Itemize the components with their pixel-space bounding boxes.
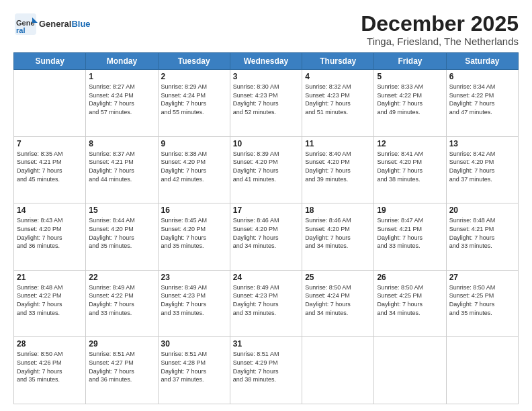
page: Gene ral GeneralBlue December 2025 Tinga… [0, 0, 532, 411]
header-saturday: Saturday [446, 53, 518, 70]
day-number: 23 [161, 273, 227, 282]
cell-w3-d4: 17Sunrise: 8:46 AMSunset: 4:20 PMDayligh… [230, 203, 302, 271]
cell-w2-d6: 12Sunrise: 8:41 AMSunset: 4:20 PMDayligh… [374, 136, 446, 203]
title-block: December 2025 Tinga, Friesland, The Neth… [361, 12, 519, 47]
cell-w3-d1: 14Sunrise: 8:43 AMSunset: 4:20 PMDayligh… [14, 203, 86, 271]
header-wednesday: Wednesday [230, 53, 302, 70]
day-info: Sunrise: 8:40 AMSunset: 4:20 PMDaylight:… [305, 150, 371, 183]
day-info: Sunrise: 8:48 AMSunset: 4:21 PMDaylight:… [449, 216, 515, 250]
day-info: Sunrise: 8:48 AMSunset: 4:22 PMDaylight:… [17, 283, 83, 317]
cell-w1-d7: 6Sunrise: 8:34 AMSunset: 4:22 PMDaylight… [446, 70, 518, 137]
day-number: 26 [377, 273, 443, 282]
day-number: 13 [449, 139, 515, 148]
cell-w3-d2: 15Sunrise: 8:44 AMSunset: 4:20 PMDayligh… [86, 203, 158, 271]
day-info: Sunrise: 8:50 AMSunset: 4:24 PMDaylight:… [305, 283, 371, 317]
day-info: Sunrise: 8:46 AMSunset: 4:20 PMDaylight:… [233, 216, 299, 250]
day-info: Sunrise: 8:30 AMSunset: 4:23 PMDaylight:… [233, 83, 299, 116]
day-info: Sunrise: 8:49 AMSunset: 4:23 PMDaylight:… [233, 283, 299, 317]
week-row-5: 28Sunrise: 8:50 AMSunset: 4:26 PMDayligh… [14, 337, 519, 404]
cell-w1-d6: 5Sunrise: 8:33 AMSunset: 4:22 PMDaylight… [374, 70, 446, 137]
cell-w4-d7: 27Sunrise: 8:50 AMSunset: 4:25 PMDayligh… [446, 270, 518, 337]
cell-w5-d2: 29Sunrise: 8:51 AMSunset: 4:27 PMDayligh… [86, 337, 158, 404]
day-info: Sunrise: 8:35 AMSunset: 4:21 PMDaylight:… [17, 150, 83, 183]
cell-w2-d7: 13Sunrise: 8:42 AMSunset: 4:20 PMDayligh… [446, 136, 518, 203]
cell-w4-d5: 25Sunrise: 8:50 AMSunset: 4:24 PMDayligh… [302, 270, 374, 337]
day-info: Sunrise: 8:46 AMSunset: 4:20 PMDaylight:… [305, 216, 371, 250]
day-number: 22 [89, 273, 154, 282]
cell-w5-d5 [302, 337, 374, 404]
cell-w5-d1: 28Sunrise: 8:50 AMSunset: 4:26 PMDayligh… [14, 337, 86, 404]
calendar-header-row: Sunday Monday Tuesday Wednesday Thursday… [14, 53, 519, 70]
day-number: 3 [233, 72, 299, 81]
logo-icon: Gene ral [13, 12, 38, 36]
day-number: 19 [377, 205, 443, 215]
day-number: 24 [233, 273, 299, 282]
cell-w3-d7: 20Sunrise: 8:48 AMSunset: 4:21 PMDayligh… [446, 203, 518, 271]
day-number: 30 [161, 339, 227, 349]
day-info: Sunrise: 8:47 AMSunset: 4:21 PMDaylight:… [377, 216, 443, 250]
day-number: 4 [305, 72, 371, 81]
day-number: 11 [305, 139, 371, 148]
day-number: 29 [89, 339, 154, 349]
header-sunday: Sunday [14, 53, 86, 70]
day-number: 15 [89, 205, 154, 215]
day-info: Sunrise: 8:50 AMSunset: 4:25 PMDaylight:… [449, 283, 515, 317]
day-info: Sunrise: 8:33 AMSunset: 4:22 PMDaylight:… [377, 83, 443, 116]
week-row-2: 7Sunrise: 8:35 AMSunset: 4:21 PMDaylight… [14, 136, 519, 203]
calendar-table: Sunday Monday Tuesday Wednesday Thursday… [13, 52, 519, 404]
week-row-1: 1Sunrise: 8:27 AMSunset: 4:24 PMDaylight… [14, 70, 519, 137]
day-number: 27 [449, 273, 515, 282]
cell-w2-d3: 9Sunrise: 8:38 AMSunset: 4:20 PMDaylight… [158, 136, 230, 203]
cell-w1-d3: 2Sunrise: 8:29 AMSunset: 4:24 PMDaylight… [158, 70, 230, 137]
day-info: Sunrise: 8:45 AMSunset: 4:20 PMDaylight:… [161, 216, 227, 250]
cell-w4-d6: 26Sunrise: 8:50 AMSunset: 4:25 PMDayligh… [374, 270, 446, 337]
logo: Gene ral GeneralBlue [13, 12, 91, 36]
day-number: 8 [89, 139, 154, 148]
day-number: 21 [17, 273, 83, 282]
day-info: Sunrise: 8:49 AMSunset: 4:23 PMDaylight:… [161, 283, 227, 317]
logo-blue: Blue [71, 19, 90, 29]
cell-w2-d5: 11Sunrise: 8:40 AMSunset: 4:20 PMDayligh… [302, 136, 374, 203]
day-info: Sunrise: 8:41 AMSunset: 4:20 PMDaylight:… [377, 150, 443, 183]
day-number: 1 [89, 72, 154, 81]
header-tuesday: Tuesday [158, 53, 230, 70]
day-number: 20 [449, 205, 515, 215]
cell-w4-d2: 22Sunrise: 8:49 AMSunset: 4:22 PMDayligh… [86, 270, 158, 337]
cell-w1-d5: 4Sunrise: 8:32 AMSunset: 4:23 PMDaylight… [302, 70, 374, 137]
day-number: 12 [377, 139, 443, 148]
day-info: Sunrise: 8:49 AMSunset: 4:22 PMDaylight:… [89, 283, 154, 317]
day-info: Sunrise: 8:34 AMSunset: 4:22 PMDaylight:… [449, 83, 515, 116]
cell-w5-d4: 31Sunrise: 8:51 AMSunset: 4:29 PMDayligh… [230, 337, 302, 404]
page-title: December 2025 [361, 12, 519, 36]
day-number: 16 [161, 205, 227, 215]
cell-w3-d6: 19Sunrise: 8:47 AMSunset: 4:21 PMDayligh… [374, 203, 446, 271]
day-info: Sunrise: 8:42 AMSunset: 4:20 PMDaylight:… [449, 150, 515, 183]
day-number: 10 [233, 139, 299, 148]
cell-w1-d4: 3Sunrise: 8:30 AMSunset: 4:23 PMDaylight… [230, 70, 302, 137]
day-info: Sunrise: 8:51 AMSunset: 4:27 PMDaylight:… [89, 350, 154, 383]
cell-w3-d5: 18Sunrise: 8:46 AMSunset: 4:20 PMDayligh… [302, 203, 374, 271]
header: Gene ral GeneralBlue December 2025 Tinga… [13, 12, 519, 47]
day-number: 2 [161, 72, 227, 81]
day-info: Sunrise: 8:43 AMSunset: 4:20 PMDaylight:… [17, 216, 83, 250]
logo-general: General [39, 19, 71, 29]
day-info: Sunrise: 8:27 AMSunset: 4:24 PMDaylight:… [89, 83, 154, 116]
day-info: Sunrise: 8:29 AMSunset: 4:24 PMDaylight:… [161, 83, 227, 116]
cell-w4-d3: 23Sunrise: 8:49 AMSunset: 4:23 PMDayligh… [158, 270, 230, 337]
day-number: 25 [305, 273, 371, 282]
header-friday: Friday [374, 53, 446, 70]
cell-w3-d3: 16Sunrise: 8:45 AMSunset: 4:20 PMDayligh… [158, 203, 230, 271]
cell-w2-d4: 10Sunrise: 8:39 AMSunset: 4:20 PMDayligh… [230, 136, 302, 203]
page-subtitle: Tinga, Friesland, The Netherlands [361, 36, 519, 47]
day-info: Sunrise: 8:38 AMSunset: 4:20 PMDaylight:… [161, 150, 227, 183]
day-info: Sunrise: 8:51 AMSunset: 4:29 PMDaylight:… [233, 350, 299, 383]
cell-w5-d3: 30Sunrise: 8:51 AMSunset: 4:28 PMDayligh… [158, 337, 230, 404]
cell-w5-d6 [374, 337, 446, 404]
day-number: 9 [161, 139, 227, 148]
day-info: Sunrise: 8:32 AMSunset: 4:23 PMDaylight:… [305, 83, 371, 116]
cell-w2-d1: 7Sunrise: 8:35 AMSunset: 4:21 PMDaylight… [14, 136, 86, 203]
day-number: 31 [233, 339, 299, 349]
week-row-4: 21Sunrise: 8:48 AMSunset: 4:22 PMDayligh… [14, 270, 519, 337]
cell-w5-d7 [446, 337, 518, 404]
cell-w2-d2: 8Sunrise: 8:37 AMSunset: 4:21 PMDaylight… [86, 136, 158, 203]
